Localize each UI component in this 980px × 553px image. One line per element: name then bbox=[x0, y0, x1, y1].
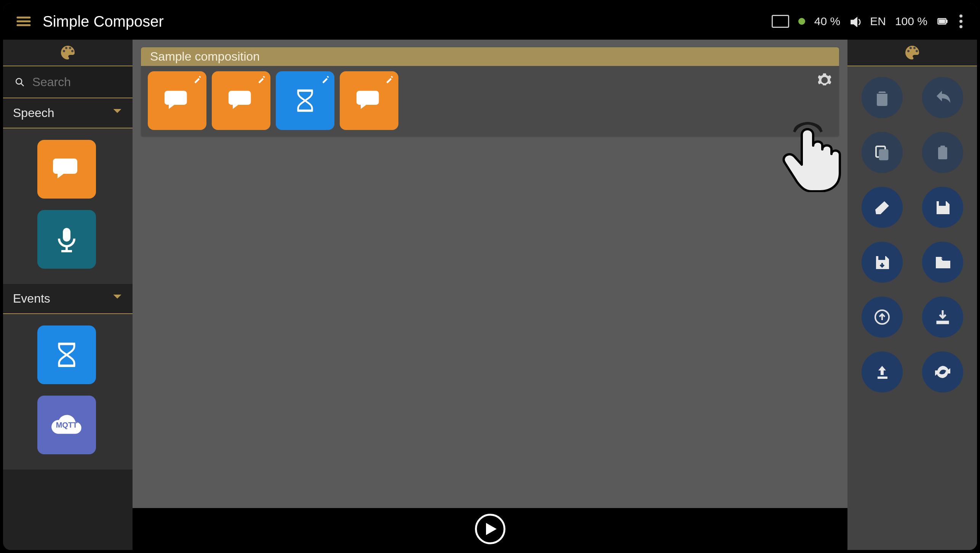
category-body-events: MQTT bbox=[3, 314, 133, 470]
speech-bubble-icon bbox=[229, 88, 254, 113]
upload-icon bbox=[874, 309, 890, 325]
composition-block-say[interactable] bbox=[340, 71, 398, 130]
language-indicator[interactable]: EN bbox=[870, 15, 886, 28]
play-bar bbox=[133, 508, 847, 550]
clear-button[interactable] bbox=[862, 187, 903, 228]
hourglass-icon bbox=[53, 341, 80, 369]
copy-icon bbox=[874, 144, 890, 161]
upload-button[interactable] bbox=[862, 297, 903, 338]
save-local-button[interactable] bbox=[862, 242, 903, 283]
composition-settings-button[interactable] bbox=[817, 71, 832, 87]
play-button[interactable] bbox=[475, 514, 505, 544]
search-input[interactable] bbox=[32, 75, 121, 89]
export-icon bbox=[874, 364, 890, 380]
palette-header bbox=[3, 40, 133, 66]
title-bar: Simple Composer 40 % EN 100 % bbox=[3, 3, 977, 40]
save-icon bbox=[934, 199, 951, 216]
download-install-icon bbox=[934, 309, 951, 325]
overflow-menu-button[interactable] bbox=[957, 12, 965, 30]
delete-button[interactable] bbox=[862, 77, 903, 118]
composition-block-say[interactable] bbox=[148, 71, 206, 130]
category-label: Speech bbox=[13, 106, 54, 120]
palette-icon bbox=[904, 44, 921, 61]
save-drive-icon bbox=[874, 254, 890, 271]
app-title: Simple Composer bbox=[43, 13, 164, 30]
palette-icon bbox=[59, 44, 76, 61]
trash-icon bbox=[874, 89, 890, 106]
speech-bubble-icon bbox=[53, 155, 80, 183]
hourglass-icon bbox=[293, 88, 318, 113]
save-button[interactable] bbox=[922, 187, 963, 228]
composition-block-wait[interactable] bbox=[276, 71, 334, 130]
paste-button[interactable] bbox=[922, 132, 963, 173]
undo-button[interactable] bbox=[922, 77, 963, 118]
composition-title[interactable]: Sample composition bbox=[141, 47, 839, 66]
play-icon bbox=[484, 522, 498, 536]
edit-icon bbox=[384, 74, 395, 86]
speech-bubble-icon bbox=[165, 88, 190, 113]
microphone-icon bbox=[53, 226, 80, 253]
eraser-icon bbox=[874, 199, 890, 216]
mqtt-label: MQTT bbox=[56, 421, 78, 430]
folder-open-icon bbox=[934, 254, 951, 271]
category-label: Events bbox=[13, 292, 50, 306]
tools-panel bbox=[847, 40, 977, 550]
sync-button[interactable] bbox=[922, 351, 963, 393]
install-button[interactable] bbox=[922, 297, 963, 338]
volume-icon[interactable] bbox=[849, 16, 861, 27]
block-palette-panel: Speech Events MQTT bbox=[3, 40, 133, 550]
composition-block-say[interactable] bbox=[212, 71, 270, 130]
clipboard-icon bbox=[934, 144, 951, 161]
composition-container[interactable]: Sample composition bbox=[140, 46, 840, 138]
say-block[interactable] bbox=[37, 140, 96, 199]
category-header-events[interactable]: Events bbox=[3, 284, 133, 314]
hamburger-icon bbox=[16, 14, 31, 29]
edit-icon bbox=[256, 74, 267, 86]
status-bar: 40 % EN 100 % bbox=[772, 12, 965, 30]
sync-icon bbox=[934, 364, 951, 380]
menu-button[interactable] bbox=[15, 13, 32, 30]
mqtt-block[interactable]: MQTT bbox=[37, 396, 96, 454]
search-icon bbox=[14, 76, 25, 88]
canvas-panel: Sample composition bbox=[133, 40, 847, 550]
chevron-down-icon bbox=[112, 292, 123, 306]
export-button[interactable] bbox=[862, 351, 903, 393]
battery-value: 100 % bbox=[895, 15, 927, 28]
battery-icon bbox=[937, 16, 948, 27]
copy-button[interactable] bbox=[862, 132, 903, 173]
search-row bbox=[3, 66, 133, 98]
speech-bubble-icon bbox=[357, 88, 382, 113]
listen-block[interactable] bbox=[37, 210, 96, 269]
wait-block[interactable] bbox=[37, 325, 96, 384]
open-button[interactable] bbox=[922, 242, 963, 283]
screen-icon bbox=[772, 15, 789, 28]
category-header-speech[interactable]: Speech bbox=[3, 98, 133, 128]
category-body-speech bbox=[3, 128, 133, 284]
online-status-dot bbox=[798, 18, 805, 25]
chevron-down-icon bbox=[112, 106, 123, 120]
edit-icon bbox=[320, 74, 331, 86]
undo-icon bbox=[934, 89, 951, 106]
brightness-value: 40 % bbox=[814, 15, 840, 28]
edit-icon bbox=[192, 74, 203, 86]
tools-header bbox=[847, 40, 977, 66]
gear-icon bbox=[818, 72, 831, 85]
